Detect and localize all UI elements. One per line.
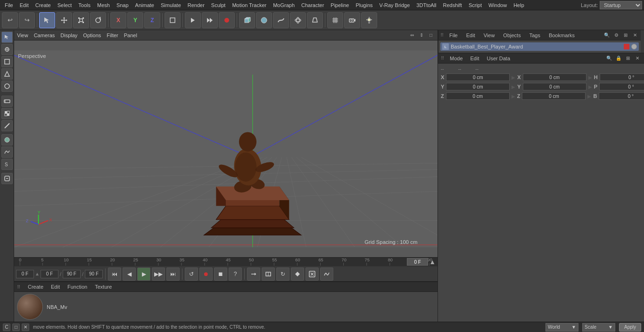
menu-pipeline[interactable]: Pipeline <box>328 1 352 9</box>
objects-tab-objects[interactable]: Objects <box>500 32 523 39</box>
menu-snap[interactable]: Snap <box>114 1 132 9</box>
menu-plugins[interactable]: Plugins <box>353 1 375 9</box>
camera-button[interactable] <box>344 12 360 28</box>
material-tab-function[interactable]: Function <box>66 283 89 291</box>
menu-3dtoall[interactable]: 3DTtoAll <box>413 1 439 9</box>
left-tool-10[interactable] <box>1 146 13 158</box>
move-tool-button[interactable] <box>56 12 72 28</box>
x-axis-button[interactable]: X <box>110 12 126 28</box>
loop-button[interactable]: ↺ <box>185 267 198 281</box>
go-start-button[interactable]: ⏮ <box>108 267 121 281</box>
left-tool-s[interactable]: S <box>1 159 13 170</box>
viewport-menu-options[interactable]: Options <box>83 32 101 38</box>
timeline-arrow-up[interactable]: ▲ <box>429 258 436 266</box>
viewport-menu-cameras[interactable]: Cameras <box>34 32 55 38</box>
left-tool-3[interactable] <box>1 56 13 67</box>
menu-create[interactable]: Create <box>33 1 54 9</box>
viewport-menu-display[interactable]: Display <box>60 32 77 38</box>
cube-button[interactable] <box>239 12 255 28</box>
transport-play2-button[interactable] <box>202 12 218 28</box>
objects-icon-close[interactable]: ✕ <box>631 32 639 39</box>
viewport-menu-view[interactable]: View <box>17 32 28 38</box>
attr-icon-expand[interactable]: ⊞ <box>624 55 632 62</box>
viewport-menu-filter[interactable]: Filter <box>107 32 118 38</box>
go-end-button[interactable]: ⏭ <box>166 267 180 281</box>
left-tool-1[interactable] <box>1 32 13 43</box>
nurbs-button[interactable] <box>290 12 306 28</box>
rotate-key-button[interactable]: ↻ <box>276 267 289 281</box>
preview-frame-input[interactable] <box>41 270 58 278</box>
viewport-icon-1[interactable]: ⇔ <box>408 32 416 39</box>
object-item-basketball[interactable]: L Basketball_Best_Player_Award <box>440 42 639 51</box>
x-pos-input2[interactable] <box>523 73 586 81</box>
step-forward-button[interactable]: ▶▶ <box>152 267 165 281</box>
object-visibility-dot[interactable] <box>631 44 637 49</box>
timeline-ruler[interactable]: 0 5 10 15 20 25 30 35 <box>14 257 438 267</box>
material-tab-texture[interactable]: Texture <box>93 283 114 291</box>
menu-select[interactable]: Select <box>55 1 75 9</box>
sphere-button[interactable] <box>256 12 272 28</box>
left-tool-9[interactable] <box>1 134 13 146</box>
keyframe-button[interactable] <box>291 267 304 281</box>
material-tab-edit[interactable]: Edit <box>49 283 62 291</box>
attr-tab-mode[interactable]: Mode <box>448 55 465 62</box>
grid-button[interactable] <box>327 12 343 28</box>
menu-redshift[interactable]: Redshift <box>440 1 465 9</box>
menu-simulate[interactable]: Simulate <box>158 1 184 9</box>
menu-mesh[interactable]: Mesh <box>94 1 113 9</box>
record-anim-button[interactable]: ⏺ <box>199 267 213 281</box>
world-dropdown[interactable]: World ▼ <box>545 323 578 332</box>
menu-window[interactable]: Window <box>486 1 510 9</box>
menu-mograph[interactable]: MoGraph <box>270 1 297 9</box>
material-tab-create[interactable]: Create <box>26 283 45 291</box>
viewport-icon-2[interactable]: ⇕ <box>418 32 425 39</box>
menu-sculpt[interactable]: Sculpt <box>208 1 229 9</box>
menu-character[interactable]: Character <box>298 1 327 9</box>
objects-tab-file[interactable]: File <box>446 32 461 39</box>
left-tool-11[interactable] <box>1 173 13 184</box>
p-input[interactable] <box>599 83 644 90</box>
scale-dropdown[interactable]: Scale ▼ <box>582 323 615 332</box>
objects-tab-view[interactable]: View <box>481 32 498 39</box>
spline-button[interactable] <box>273 12 289 28</box>
menu-help[interactable]: Help <box>511 1 527 9</box>
status-icon-3[interactable]: ✕ <box>22 324 29 331</box>
objects-tab-tags[interactable]: Tags <box>527 32 543 39</box>
move-key-button[interactable] <box>247 267 260 281</box>
cinema4d-logo[interactable]: C <box>3 324 10 331</box>
end-frame-input1[interactable] <box>63 270 81 278</box>
viewport-menu-panel[interactable]: Panel <box>124 32 137 38</box>
step-back-button[interactable]: ◀ <box>123 267 136 281</box>
stop-button[interactable]: ⏹ <box>214 267 227 281</box>
object-mode-button[interactable] <box>165 12 181 28</box>
undo-button[interactable]: ↩ <box>2 12 18 28</box>
help-button[interactable]: ? <box>229 267 242 281</box>
attr-tab-userdata[interactable]: User Data <box>485 55 512 62</box>
menu-vray[interactable]: V-Ray Bridge <box>377 1 413 9</box>
b-input[interactable] <box>599 92 644 100</box>
attr-icon-lock[interactable]: 🔒 <box>615 55 622 62</box>
left-tool-6[interactable] <box>1 96 13 107</box>
status-icon-2[interactable]: □ <box>12 324 20 331</box>
end-frame-input2[interactable] <box>85 270 103 278</box>
y-pos-input[interactable] <box>446 83 510 90</box>
h-input[interactable] <box>600 73 644 81</box>
objects-icon-expand[interactable]: ⊞ <box>622 32 629 39</box>
attr-tab-edit[interactable]: Edit <box>469 55 481 62</box>
menu-file[interactable]: File <box>2 1 16 9</box>
objects-tab-bookmarks[interactable]: Bookmarks <box>546 32 578 39</box>
start-frame-input[interactable] <box>16 270 34 278</box>
menu-motion-tracker[interactable]: Motion Tracker <box>229 1 269 9</box>
left-tool-2[interactable] <box>1 44 13 55</box>
viewport-icon-3[interactable]: □ <box>427 32 435 39</box>
motion-button[interactable] <box>320 267 333 281</box>
left-tool-8[interactable] <box>1 120 13 131</box>
layout-dropdown[interactable]: Startup Standard Animation <box>600 1 642 9</box>
menu-edit[interactable]: Edit <box>17 1 32 9</box>
rotate-tool-button[interactable] <box>90 12 106 28</box>
material-preview-ball[interactable] <box>17 294 43 320</box>
x-pos-input[interactable] <box>446 73 510 81</box>
objects-icon-settings[interactable]: ⚙ <box>612 32 620 39</box>
attr-icon-close[interactable]: ✕ <box>634 55 641 62</box>
objects-icon-search[interactable]: 🔍 <box>603 32 611 39</box>
